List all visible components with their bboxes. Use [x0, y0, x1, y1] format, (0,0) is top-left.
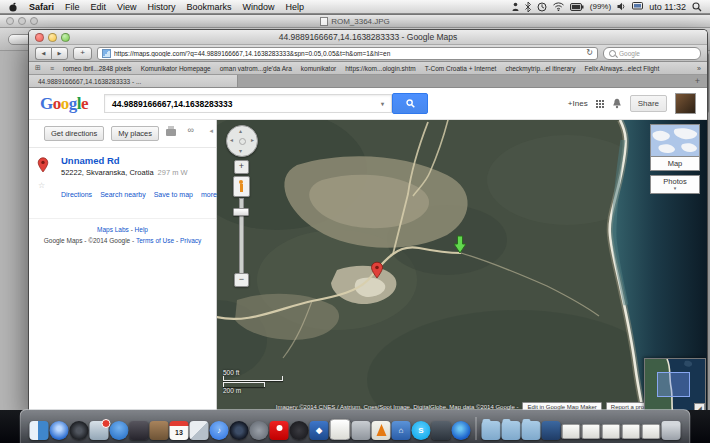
chevron-down-icon[interactable]: ▾	[381, 100, 384, 107]
maps-labs-link[interactable]: Maps Labs	[97, 226, 129, 233]
bookmark-item[interactable]: romeo ibril...2848 pixels	[63, 65, 132, 72]
pan-center-dot[interactable]	[239, 138, 246, 145]
result-pin-icon[interactable]	[37, 157, 49, 173]
preview-traffic-lights[interactable]	[6, 17, 38, 25]
dock-folder-documents[interactable]	[502, 421, 521, 440]
map-preview-thumbnail[interactable]	[650, 124, 700, 157]
browser-search-field[interactable]: Google	[603, 47, 701, 60]
bookmarks-list-icon[interactable]: ≡	[50, 65, 54, 72]
street-view-pegman[interactable]	[233, 176, 250, 197]
get-directions-button[interactable]: Get directions	[44, 126, 104, 141]
overview-minimap[interactable]: ◢	[644, 358, 706, 411]
dock-icon-mail[interactable]	[90, 421, 109, 440]
minimize-window-button[interactable]	[48, 33, 57, 42]
close-window-button[interactable]	[35, 33, 44, 42]
directions-link[interactable]: Directions	[61, 191, 92, 198]
dock-icon-ipod[interactable]	[352, 421, 371, 440]
dock-icon-dashboard[interactable]	[70, 421, 89, 440]
zoom-out-button[interactable]: −	[234, 273, 249, 287]
save-to-map-link[interactable]: Save to map	[154, 191, 193, 198]
dock-icon-phone[interactable]	[432, 421, 451, 440]
dock-icon-vodafone[interactable]	[270, 421, 289, 440]
bookmark-item[interactable]: oman vatrom...gle'da Ara	[220, 65, 292, 72]
dock-icon-display[interactable]	[542, 421, 561, 440]
bluetooth-icon[interactable]	[525, 2, 531, 12]
menu-safari[interactable]: Safari	[29, 2, 54, 12]
maps-search-button[interactable]	[392, 93, 428, 114]
dock-minimized-window[interactable]	[642, 424, 661, 439]
dock-icon-quicktime[interactable]	[230, 421, 249, 440]
dock-icon-app-store[interactable]	[110, 421, 129, 440]
maps-search-input[interactable]: 44.9889166667,14.1638283333 ▾	[104, 94, 392, 113]
menu-history[interactable]: History	[147, 2, 175, 12]
back-button[interactable]: ◀	[35, 47, 51, 60]
dock-folder-downloads[interactable]	[482, 421, 501, 440]
menu-clock[interactable]: uto 11:32	[649, 2, 686, 12]
pan-up-icon[interactable]: ▴	[239, 128, 242, 134]
reload-icon[interactable]: ↻	[586, 49, 593, 57]
pan-right-icon[interactable]: ▸	[251, 137, 254, 143]
dock-icon-game-center[interactable]	[250, 421, 269, 440]
bookmark-item[interactable]: T-Com Croatia + Internet	[425, 65, 497, 72]
link-icon[interactable]: ∞	[188, 125, 194, 135]
dock-icon-vlc[interactable]	[372, 421, 391, 440]
address-bar[interactable]: https://maps.google.com/?q=44.9889166667…	[97, 47, 598, 60]
collapse-panel-icon[interactable]: ◂	[209, 127, 213, 135]
display-menu-icon[interactable]	[632, 2, 643, 11]
dock-icon-skype[interactable]: S	[412, 421, 431, 440]
time-machine-icon[interactable]	[537, 2, 547, 12]
spotlight-icon[interactable]	[692, 2, 702, 12]
dock-icon-itunes[interactable]: ♪	[210, 421, 229, 440]
battery-icon[interactable]	[570, 3, 584, 11]
minimap-viewport-rect[interactable]	[657, 372, 690, 397]
my-places-button[interactable]: My places	[111, 126, 159, 141]
pan-control[interactable]: ▴ ▾ ◂ ▸	[226, 125, 258, 157]
pan-down-icon[interactable]: ▾	[239, 148, 242, 154]
wifi-icon[interactable]	[553, 2, 564, 11]
dock-icon-filemaker[interactable]: ◆	[310, 421, 329, 440]
profile-avatar[interactable]	[675, 93, 696, 114]
dock-minimized-window[interactable]	[622, 424, 641, 439]
zoom-window-button[interactable]	[61, 33, 70, 42]
share-button[interactable]: Share	[630, 95, 667, 112]
add-tab-button[interactable]: +	[688, 75, 707, 87]
notifications-bell-icon[interactable]	[612, 98, 622, 109]
dock-icon-trash[interactable]	[662, 421, 681, 440]
dock-icon-home-folder[interactable]: ⌂	[392, 421, 411, 440]
apple-menu-icon[interactable]	[8, 2, 18, 12]
user-status-icon[interactable]	[512, 2, 519, 12]
map-type-photos-button[interactable]: Photos ▾	[650, 175, 700, 194]
print-icon[interactable]	[166, 129, 176, 136]
dock-icon-calendar[interactable]: 13	[170, 421, 189, 440]
safari-traffic-lights[interactable]	[35, 33, 70, 42]
bookmark-item[interactable]: Komunikator Homepage	[141, 65, 211, 72]
dock-icon-finder[interactable]	[30, 421, 49, 440]
zoom-slider-handle[interactable]	[233, 208, 249, 216]
bookmark-item[interactable]: komunikator	[301, 65, 336, 72]
menu-bookmarks[interactable]: Bookmarks	[186, 2, 231, 12]
menu-file[interactable]: File	[65, 2, 80, 12]
bookmark-item[interactable]: https://kom...ologin.shtm	[345, 65, 415, 72]
bookmark-item[interactable]: Felix Airways...elect Flight	[584, 65, 659, 72]
menu-help[interactable]: Help	[285, 2, 304, 12]
bookmarks-overflow-button[interactable]: »	[697, 65, 701, 72]
new-tab-button[interactable]: +	[73, 47, 92, 60]
menu-window[interactable]: Window	[242, 2, 274, 12]
preview-title-bar[interactable]: ROM_3364.JPG	[0, 15, 710, 28]
dock-icon-google-earth[interactable]	[452, 421, 471, 440]
dock-icon-info[interactable]	[290, 421, 309, 440]
google-logo[interactable]: Google	[40, 95, 88, 112]
dock-folder-applications[interactable]	[522, 421, 541, 440]
bookmark-item[interactable]: checkmytrip...el itinerary	[505, 65, 575, 72]
pan-left-icon[interactable]: ◂	[230, 137, 233, 143]
apps-grid-icon[interactable]	[596, 100, 598, 102]
search-nearby-link[interactable]: Search nearby	[100, 191, 146, 198]
star-icon[interactable]: ☆	[38, 181, 45, 190]
menu-edit[interactable]: Edit	[91, 2, 107, 12]
help-link[interactable]: Help	[135, 226, 148, 233]
top-sites-icon[interactable]: ⊞	[35, 64, 41, 72]
dock-minimized-window[interactable]	[582, 424, 601, 439]
dock-icon-photo-booth[interactable]	[130, 421, 149, 440]
dock-icon-contacts[interactable]	[150, 421, 169, 440]
result-title-link[interactable]: Unnamed Rd	[61, 155, 212, 166]
